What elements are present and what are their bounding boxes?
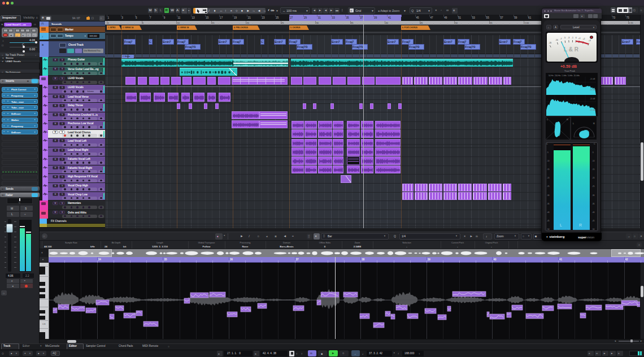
svg-text:+3: +3 <box>589 40 591 42</box>
svg-text:-7: -7 <box>560 38 562 40</box>
svg-text:+1: +1 <box>578 37 581 40</box>
svg-text:0: 0 <box>576 37 577 39</box>
svg-text:+2: +2 <box>582 38 585 40</box>
svg-text:-10: -10 <box>555 39 558 41</box>
svg-text:-5: -5 <box>564 37 565 39</box>
svg-text:-1: -1 <box>572 37 573 39</box>
svg-text:-20: -20 <box>549 42 551 44</box>
svg-text:R: R <box>567 118 568 121</box>
svg-text:-3: -3 <box>568 37 569 39</box>
svg-text:R: R <box>593 122 595 125</box>
